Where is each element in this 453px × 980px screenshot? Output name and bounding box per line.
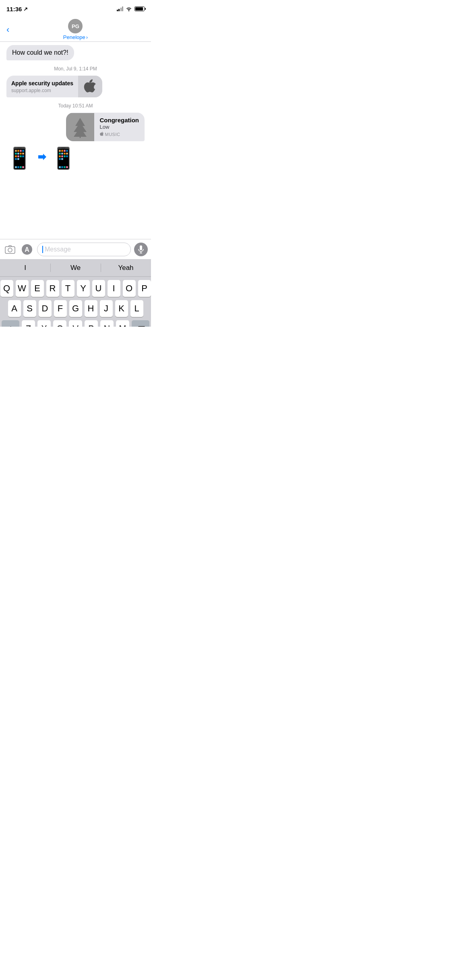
key-row-2: A S D F G H J K L [1,300,150,317]
keyboard: I We Yeah Q W E R T Y U I O P A S D F [0,259,151,327]
music-title: Congregation [100,117,139,124]
shift-key[interactable]: ⬆ [2,320,19,327]
emoji-arrow [36,151,47,165]
emoji-phone-right: 📱 [50,148,77,169]
emoji-phone-left: 📱 [6,148,33,169]
music-bubble[interactable]: Congregation Low MUSIC [66,113,145,141]
svg-text:A: A [25,246,29,253]
svg-point-3 [8,248,12,252]
music-service-label: MUSIC [105,132,120,137]
key-y[interactable]: Y [77,280,90,297]
text-cursor [42,246,43,253]
key-n[interactable]: N [100,320,114,327]
suggestions-bar: I We Yeah [0,259,151,277]
suggestion-we[interactable]: We [50,261,101,275]
incoming-bubble: How could we not?! [6,45,74,60]
mic-button[interactable] [134,243,148,256]
status-time: 11:36 ↗ [6,6,28,12]
contact-info[interactable]: PG How could we not?! Penelope › [63,19,88,40]
location-icon: ↗ [23,6,28,12]
timestamp-2: Today 10:51 AM [0,99,151,111]
key-z[interactable]: Z [22,320,35,327]
message-placeholder: Message [45,246,71,253]
delete-key[interactable]: ⌫ [132,320,149,327]
key-r[interactable]: R [46,280,59,297]
key-v[interactable]: V [69,320,82,327]
key-j[interactable]: J [100,300,113,317]
battery-icon [134,6,145,11]
incoming-message-row: How could we not?! [0,42,151,62]
timestamp-1: Mon, Jul 9, 1:14 PM [0,62,151,74]
status-icons [117,6,145,11]
input-bar: A Message [0,239,151,259]
contact-name-row: How could we not?! Penelope › [63,34,88,40]
app-store-button[interactable]: A [20,243,34,256]
music-info: Congregation Low MUSIC [94,113,145,141]
svg-rect-2 [5,247,15,253]
music-artist: Low [100,124,139,130]
svg-marker-1 [38,154,46,160]
music-artwork [66,113,94,141]
music-service: MUSIC [100,132,139,137]
conversation-header: ‹ PG How could we not?! Penelope › [0,18,151,42]
key-c[interactable]: C [53,320,66,327]
emoji-row: 📱 📱 [0,143,151,172]
key-e[interactable]: E [31,280,44,297]
link-card-title: Apple security updates [11,80,73,87]
svg-rect-6 [140,245,142,250]
wifi-icon [126,6,132,11]
key-a[interactable]: A [8,300,21,317]
apple-music-icon [100,132,104,137]
link-card-image [78,76,102,97]
suggestion-i[interactable]: I [0,261,50,275]
key-t[interactable]: T [62,280,74,297]
key-f[interactable]: F [54,300,67,317]
chevron-right-icon: › [86,34,88,40]
camera-button[interactable] [3,243,17,256]
back-button[interactable]: ‹ [3,21,12,38]
music-message-row: Congregation Low MUSIC [0,111,151,143]
key-d[interactable]: D [39,300,52,317]
contact-name-label: Penelope [63,34,85,40]
messages-area: How could we not?! Mon, Jul 9, 1:14 PM A… [0,42,151,239]
key-row-3: ⬆ Z X C V B N M ⌫ [1,320,150,327]
keys-section: Q W E R T Y U I O P A S D F G H J K L ⬆ … [0,277,151,327]
suggestion-yeah[interactable]: Yeah [101,261,151,275]
key-b[interactable]: B [85,320,98,327]
key-l[interactable]: L [130,300,143,317]
link-card-row: Apple security updates support.apple.com [0,74,151,99]
key-w[interactable]: W [16,280,29,297]
key-q[interactable]: Q [0,280,13,297]
signal-bars [117,6,124,11]
incoming-text: How could we not?! [12,49,68,56]
key-row-1: Q W E R T Y U I O P [1,280,150,297]
message-input[interactable]: Message [37,243,131,256]
key-x[interactable]: X [37,320,51,327]
key-i[interactable]: I [108,280,120,297]
key-g[interactable]: G [69,300,82,317]
link-card[interactable]: Apple security updates support.apple.com [6,76,102,97]
avatar: PG [68,19,83,33]
link-card-url: support.apple.com [11,88,73,93]
key-s[interactable]: S [23,300,36,317]
link-card-content: Apple security updates support.apple.com [6,76,78,97]
time-label: 11:36 [6,6,22,12]
key-m[interactable]: M [116,320,129,327]
key-k[interactable]: K [115,300,128,317]
key-p[interactable]: P [138,280,151,297]
status-bar: 11:36 ↗ [0,0,151,18]
key-h[interactable]: H [85,300,97,317]
key-u[interactable]: U [92,280,105,297]
key-o[interactable]: O [123,280,136,297]
